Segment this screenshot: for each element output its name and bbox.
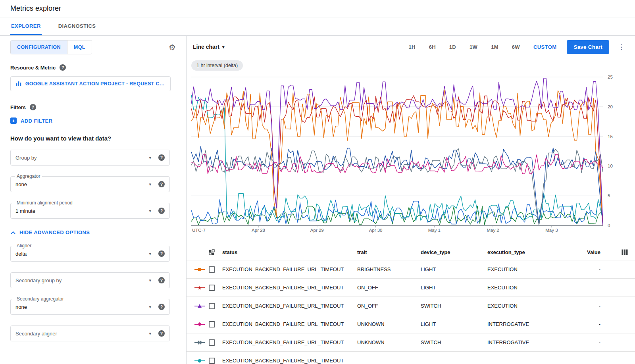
svg-text:Apr 30: Apr 30 <box>369 228 383 233</box>
table-row[interactable]: EXECUTION_BACKEND_FAILURE_URL_TIMEOUTUNK… <box>187 315 635 333</box>
help-icon[interactable]: ? <box>158 154 165 161</box>
selected-metric-chip[interactable]: GOOGLE ASSISTANT ACTION PROJECT - REQUES… <box>10 76 171 91</box>
metrics-explorer-app: Metrics explorer EXPLORER DIAGNOSTICS CO… <box>0 0 635 364</box>
select-none[interactable]: Secondary aggregatornone▾? <box>10 299 170 315</box>
select-secondary-aligner[interactable]: Secondary aligner▾? <box>10 325 170 341</box>
table-row[interactable]: EXECUTION_BACKEND_FAILURE_URL_TIMEOUTON_… <box>187 297 635 315</box>
time-range-1h-button[interactable]: 1H <box>408 44 415 50</box>
time-range-6w-button[interactable]: 6W <box>512 44 520 50</box>
column-header-execution-type[interactable]: execution_type <box>487 249 569 255</box>
table-row[interactable]: EXECUTION_BACKEND_FAILURE_URL_TIMEOUTBRI… <box>187 260 635 279</box>
column-header-value[interactable]: Value <box>569 249 600 255</box>
select-group-by[interactable]: Group by▾? <box>10 150 170 166</box>
add-box-icon: + <box>10 117 17 124</box>
select-secondary-group-by[interactable]: Secondary group by▾? <box>10 272 170 288</box>
add-filter-label: ADD FILTER <box>21 118 52 124</box>
hide-advanced-options-button[interactable]: HIDE ADVANCED OPTIONS <box>10 229 176 235</box>
value-cell: - <box>569 266 600 272</box>
row-checkbox[interactable] <box>209 339 215 346</box>
svg-text:15: 15 <box>608 134 613 139</box>
resource-metric-label: Resource & Metric <box>10 65 56 71</box>
svg-text:0: 0 <box>608 223 610 228</box>
column-header-device-type[interactable]: device_type <box>421 249 487 255</box>
svg-text:25: 25 <box>608 75 613 79</box>
checkbox-cell <box>209 285 222 291</box>
select-all-header[interactable] <box>209 249 222 255</box>
column-header-status[interactable]: status <box>222 249 357 255</box>
line-chart[interactable]: 0510152025UTC-7Apr 28Apr 29Apr 30May 1Ma… <box>191 72 625 235</box>
trait-cell: UNKNOWN <box>357 321 421 327</box>
help-icon-filters[interactable]: ? <box>30 104 36 110</box>
tab-diagnostics[interactable]: DIAGNOSTICS <box>58 17 97 35</box>
circle-marker-icon <box>194 358 205 363</box>
trait-cell: ON_OFF <box>357 285 421 291</box>
row-checkbox[interactable] <box>209 358 215 364</box>
help-icon-resource-metric[interactable]: ? <box>60 64 66 71</box>
results-table-body: EXECUTION_BACKEND_FAILURE_URL_TIMEOUTBRI… <box>187 260 635 364</box>
field-value: Secondary aligner <box>15 331 149 337</box>
tab-bar: EXPLORER DIAGNOSTICS <box>0 17 635 36</box>
help-icon[interactable]: ? <box>158 208 165 214</box>
mode-mql-button[interactable]: MQL <box>67 40 92 54</box>
trait-cell: BRIGHTNESS <box>357 266 421 272</box>
settings-gear-icon[interactable]: ⚙ <box>169 43 176 51</box>
time-range-1d-button[interactable]: 1D <box>449 44 456 50</box>
select-delta[interactable]: Alignerdelta▾? <box>10 246 170 262</box>
execution-type-cell: INTERROGATIVE <box>487 339 569 345</box>
field-value: none <box>15 304 149 310</box>
field-label: Aggregator <box>15 173 42 179</box>
select-1-minute[interactable]: Minimum alignment period1 minute▾? <box>10 203 170 219</box>
table-row[interactable]: EXECUTION_BACKEND_FAILURE_URL_TIMEOUTON_… <box>187 279 635 297</box>
series-marker-cell <box>194 358 209 363</box>
help-icon[interactable]: ? <box>158 181 165 187</box>
status-cell: EXECUTION_BACKEND_FAILURE_URL_TIMEOUT <box>222 266 357 272</box>
mode-toggle-group: CONFIGURATION MQL <box>10 40 92 54</box>
row-checkbox[interactable] <box>209 266 215 273</box>
help-icon[interactable]: ? <box>158 277 165 283</box>
row-checkbox[interactable] <box>209 285 215 291</box>
time-range-1w-button[interactable]: 1W <box>470 44 477 50</box>
execution-type-cell: EXECUTION <box>487 285 569 291</box>
interval-chip[interactable]: 1 hr interval (delta) <box>191 60 243 71</box>
dropdown-arrow-icon: ▾ <box>149 208 151 214</box>
columns-icon <box>622 249 628 255</box>
page-title: Metrics explorer <box>10 4 61 13</box>
chip-row: 1 hr interval (delta) <box>187 58 635 71</box>
x-marker-icon <box>194 340 205 345</box>
save-chart-button[interactable]: Save Chart <box>567 40 609 54</box>
table-row[interactable]: EXECUTION_BACKEND_FAILURE_URL_TIMEOUTUNK… <box>187 333 635 352</box>
trait-cell: ON_OFF <box>357 303 421 309</box>
help-icon[interactable]: ? <box>158 304 165 310</box>
select-none[interactable]: Aggregatornone▾? <box>10 176 170 192</box>
top-bar: Metrics explorer <box>0 0 635 17</box>
chart-type-dropdown[interactable]: Line chart ▾ <box>193 44 224 50</box>
column-picker-button[interactable] <box>622 249 635 255</box>
more-options-icon[interactable]: ⋮ <box>616 43 626 51</box>
table-header-row: status trait device_type execution_type … <box>187 245 635 260</box>
field-label: Aligner <box>15 243 33 248</box>
time-range-group: 1H6H1D1W1M6W <box>408 44 520 50</box>
row-checkbox[interactable] <box>209 321 215 327</box>
status-cell: EXECUTION_BACKEND_FAILURE_URL_TIMEOUT <box>222 321 357 327</box>
time-range-6h-button[interactable]: 6H <box>429 44 436 50</box>
time-range-custom-button[interactable]: CUSTOM <box>533 44 557 50</box>
help-icon[interactable]: ? <box>158 250 165 257</box>
execution-type-cell: INTERROGATIVE <box>487 321 569 327</box>
field-value: none <box>15 181 149 187</box>
svg-text:5: 5 <box>608 193 610 198</box>
value-cell: - <box>569 321 600 327</box>
help-icon[interactable]: ? <box>158 330 165 337</box>
main-split: CONFIGURATION MQL ⚙ Resource & Metric ? <box>0 36 635 364</box>
add-filter-button[interactable]: + ADD FILTER <box>10 117 176 124</box>
column-header-trait[interactable]: trait <box>357 249 421 255</box>
time-range-1m-button[interactable]: 1M <box>491 44 498 50</box>
row-checkbox[interactable] <box>209 303 215 309</box>
square-marker-icon <box>194 267 205 272</box>
configuration-panel: CONFIGURATION MQL ⚙ Resource & Metric ? <box>0 36 187 364</box>
selected-metric-label: GOOGLE ASSISTANT ACTION PROJECT - REQUES… <box>25 81 165 87</box>
checkbox-cell <box>209 339 222 346</box>
mode-configuration-button[interactable]: CONFIGURATION <box>11 40 67 54</box>
star-marker-icon <box>194 285 205 290</box>
tab-explorer[interactable]: EXPLORER <box>10 17 42 35</box>
table-row[interactable]: EXECUTION_BACKEND_FAILURE_URL_TIMEOUT <box>187 352 635 364</box>
